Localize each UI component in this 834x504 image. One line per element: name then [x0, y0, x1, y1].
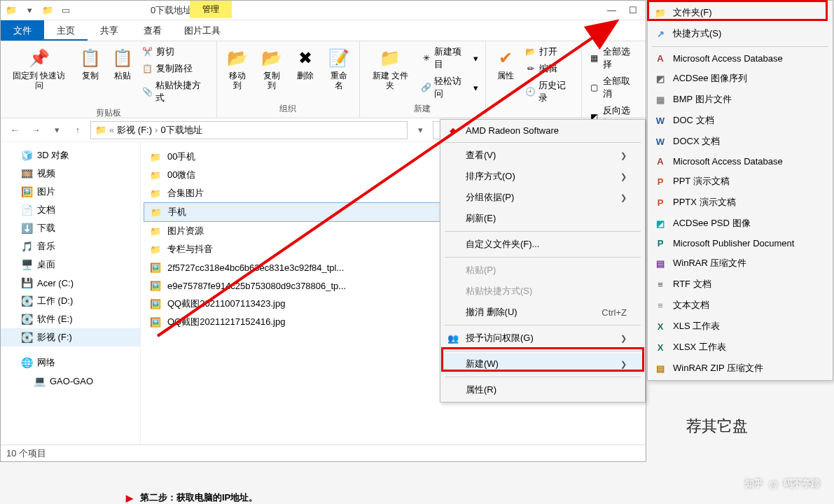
qat-down-icon[interactable]: ▾ — [22, 3, 37, 18]
paste-button[interactable]: 📋粘贴 — [109, 44, 137, 83]
tab-file[interactable]: 文件 — [1, 20, 44, 41]
sidebar-item[interactable]: 🖥️桌面 — [1, 255, 140, 274]
cut-button[interactable]: ✂️剪切 — [141, 44, 211, 59]
ctx-new-item[interactable]: PMicrosoft Publisher Document — [649, 234, 831, 253]
ctx-group[interactable]: 分组依据(P)❯ — [442, 187, 644, 208]
tab-picture-tools[interactable]: 图片工具 — [174, 20, 230, 41]
ctx-new-item[interactable]: ▤WinRAR 压缩文件 — [649, 253, 831, 274]
sidebar-item-label: 图片 — [37, 186, 55, 198]
nav-forward-button[interactable]: → — [27, 122, 44, 139]
moveto-button[interactable]: 📂移动到 — [223, 44, 253, 93]
ctx-new-item[interactable]: AMicrosoft Access Database — [649, 152, 831, 171]
sidebar-item[interactable]: ⬇️下载 — [1, 219, 140, 237]
ctx-new[interactable]: 新建(W)❯ — [442, 354, 644, 374]
copy-button[interactable]: 📋复制 — [76, 44, 104, 83]
edit-button[interactable]: ✏编辑 — [524, 61, 576, 76]
sidebar-item[interactable]: 🎵音乐 — [1, 237, 140, 255]
filetype-icon: P — [655, 176, 666, 187]
copyto-button[interactable]: 📂复制到 — [257, 44, 287, 93]
sidebar-item[interactable]: 💽影视 (F:) — [1, 328, 140, 346]
tab-view[interactable]: 查看 — [131, 20, 174, 41]
tab-share[interactable]: 共享 — [88, 20, 131, 41]
breadcrumb-dropdown[interactable]: ▾ — [412, 122, 429, 139]
breadcrumb-seg2[interactable]: 0下载地址 — [160, 124, 202, 136]
file-icon: 📁 — [149, 169, 162, 181]
filetype-icon: ◩ — [655, 73, 666, 84]
qat-equals-icon[interactable]: ▭ — [58, 3, 74, 18]
ctx-new-item[interactable]: XXLS 工作表 — [649, 316, 831, 337]
ctx-new-item[interactable]: WDOCX 文档 — [649, 131, 831, 152]
ctx-new-item[interactable]: ◩ACDSee 图像序列 — [649, 68, 831, 89]
breadcrumb[interactable]: 📁 « 影视 (F:) › 0下载地址 — [90, 121, 408, 139]
sidebar-item[interactable]: 💽工作 (D:) — [1, 292, 140, 310]
sidebar-item[interactable]: 💽软件 (E:) — [1, 310, 140, 328]
sidebar-item[interactable]: 💻GAO-GAO — [1, 372, 140, 390]
sidebar-item[interactable]: 🌐网络 — [1, 354, 140, 372]
sidebar-item[interactable]: 🧊3D 对象 — [1, 146, 140, 164]
sidebar-item[interactable]: 📄文档 — [1, 201, 140, 219]
ctx-new-item[interactable]: ≡RTF 文档 — [649, 274, 831, 295]
nav-recent-button[interactable]: ▾ — [48, 122, 65, 139]
ctx-customize[interactable]: 自定义文件夹(F)... — [442, 234, 644, 255]
ctx-amd-label: AMD Radeon Software — [466, 125, 559, 136]
delete-button[interactable]: ✖删除 — [291, 44, 319, 83]
ctx-new-item[interactable]: AMicrosoft Access Database — [649, 49, 831, 68]
sidebar-item-icon: 🖼️ — [20, 186, 33, 198]
filetype-icon: ▤ — [655, 363, 666, 374]
newitem-button[interactable]: ✳新建项目▾ — [419, 44, 480, 72]
ctx-new-item-label: WinRAR 压缩文件 — [673, 257, 746, 270]
ctx-refresh[interactable]: 刷新(E) — [442, 208, 644, 229]
copy-path-button[interactable]: 📋复制路径 — [141, 61, 211, 76]
ctx-new-item[interactable]: ↗快捷方式(S) — [649, 23, 831, 44]
separator — [445, 257, 641, 258]
ctx-new-item[interactable]: ▦BMP 图片文件 — [649, 89, 831, 110]
easyaccess-button[interactable]: 🔗轻松访问▾ — [419, 74, 480, 102]
tab-home[interactable]: 主页 — [44, 20, 88, 41]
ctx-view[interactable]: 查看(V)❯ — [442, 145, 644, 166]
selectall-button[interactable]: ▦全部选择 — [588, 44, 640, 72]
ctx-amd[interactable]: ◆AMD Radeon Software — [442, 121, 644, 140]
ctx-new-item[interactable]: WDOC 文档 — [649, 110, 831, 131]
newitem-icon: ✳ — [421, 52, 432, 64]
properties-label: 属性 — [497, 71, 514, 80]
filetype-icon: A — [655, 156, 666, 167]
file-name: 图片资源 — [167, 225, 204, 237]
maximize-button[interactable]: ☐ — [629, 5, 637, 15]
ctx-grant[interactable]: 👥授予访问权限(G)❯ — [442, 328, 644, 349]
breadcrumb-icon: 📁 — [95, 125, 106, 135]
ctx-new-item[interactable]: PPPT 演示文稿 — [649, 171, 831, 192]
extra-text: 荐其它盘 — [686, 416, 748, 437]
ctx-sort[interactable]: 排序方式(O)❯ — [442, 166, 644, 187]
sidebar-item[interactable]: 🖼️图片 — [1, 183, 140, 201]
properties-button[interactable]: ✔属性 — [492, 44, 520, 83]
ctx-properties[interactable]: 属性(R) — [442, 379, 644, 400]
paste-shortcut-button[interactable]: 📎粘贴快捷方式 — [141, 78, 211, 106]
nav-back-button[interactable]: ← — [6, 122, 23, 139]
sidebar-item[interactable]: 💾Acer (C:) — [1, 274, 140, 292]
separator — [445, 351, 641, 351]
pin-button[interactable]: 📌固定到 快速访问 — [6, 44, 72, 93]
ribbon-group-new: 📁新建 文件夹 ✳新建项目▾ 🔗轻松访问▾ 新建 — [360, 41, 485, 118]
open-icon: 📂 — [525, 46, 536, 57]
open-button[interactable]: 📂打开 — [524, 44, 576, 59]
cut-label: 剪切 — [156, 46, 174, 58]
ctx-new-item[interactable]: ≡文本文档 — [649, 295, 831, 316]
ctx-new-item[interactable]: ◩ACDSee PSD 图像 — [649, 213, 831, 234]
history-button[interactable]: 🕘历史记录 — [524, 78, 576, 106]
breadcrumb-seg1[interactable]: 影视 (F:) — [117, 124, 152, 136]
sidebar-item-icon: 💽 — [20, 313, 33, 326]
ctx-undo[interactable]: 撤消 删除(U)Ctrl+Z — [442, 302, 644, 323]
minimize-button[interactable]: — — [607, 5, 616, 15]
sidebar-item[interactable]: 🎞️视频 — [1, 164, 140, 183]
newfolder-button[interactable]: 📁新建 文件夹 — [366, 44, 415, 93]
nav-up-button[interactable]: ↑ — [69, 122, 86, 139]
ctx-new-item-label: ACDSee PSD 图像 — [673, 217, 751, 230]
selectnone-button[interactable]: ▢全部取消 — [588, 74, 640, 102]
ctx-new-item[interactable]: XXLSX 工作表 — [649, 337, 831, 358]
qat-folder-icon[interactable]: 📁 — [40, 3, 55, 18]
ctx-new-item[interactable]: PPPTX 演示文稿 — [649, 192, 831, 213]
rename-button[interactable]: 📝重命名 — [324, 44, 354, 93]
copypath-icon: 📋 — [142, 63, 153, 74]
ctx-new-item[interactable]: 📁文件夹(F) — [649, 2, 831, 23]
ctx-new-item[interactable]: ▤WinRAR ZIP 压缩文件 — [649, 358, 831, 379]
